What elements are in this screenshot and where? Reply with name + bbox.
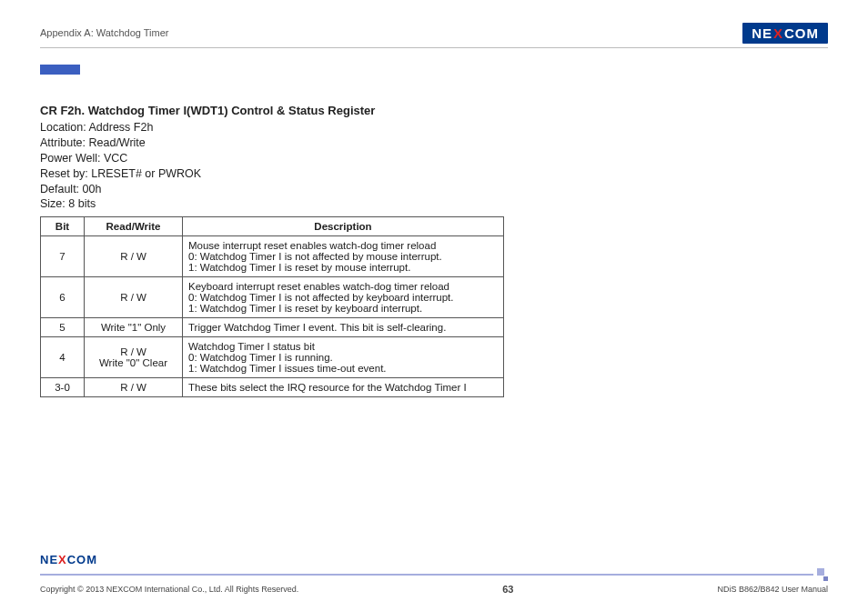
col-desc: Description xyxy=(183,217,504,236)
brand-pre: NE xyxy=(752,25,772,41)
table-row: 7 R / W Mouse interrupt reset enables wa… xyxy=(41,236,504,277)
cell-bit: 6 xyxy=(41,277,85,318)
table-row: 4 R / W Write "0" Clear Watchdog Timer I… xyxy=(41,337,504,378)
section-title: CR F2h. Watchdog Timer I(WDT1) Control &… xyxy=(40,104,531,117)
footer-logo: NEXCOM xyxy=(40,553,828,566)
brand-x-icon: X xyxy=(58,553,67,566)
cell-bit: 5 xyxy=(41,318,85,337)
table-row: 3-0 R / W These bits select the IRQ reso… xyxy=(41,378,504,397)
footer-rule-wrap xyxy=(40,568,828,581)
cell-desc: These bits select the IRQ resource for t… xyxy=(183,378,504,397)
cell-desc: Keyboard interrupt reset enables watch-d… xyxy=(183,277,504,318)
rw-line: Write "0" Clear xyxy=(90,357,177,368)
cell-rw: R / W xyxy=(85,236,183,277)
attr-attribute: Attribute: Read/Write xyxy=(40,135,531,151)
table-row: 5 Write "1" Only Trigger Watchdog Timer … xyxy=(41,318,504,337)
attr-location: Location: Address F2h xyxy=(40,120,531,135)
cell-rw: R / W xyxy=(85,277,183,318)
desc-line: Watchdog Timer I status bit xyxy=(188,341,498,352)
attr-default: Default: 00h xyxy=(40,182,531,197)
footer-squares-icon xyxy=(815,568,828,581)
header-rule xyxy=(40,47,828,48)
table-row: 6 R / W Keyboard interrupt reset enables… xyxy=(41,277,504,318)
attr-reset-by: Reset by: LRESET# or PWROK xyxy=(40,166,531,182)
register-attributes: Location: Address F2h Attribute: Read/Wr… xyxy=(40,120,531,212)
register-table: Bit Read/Write Description 7 R / W Mouse… xyxy=(40,216,504,397)
desc-line: 0: Watchdog Timer I is running. xyxy=(188,352,498,363)
appendix-label: Appendix A: Watchdog Timer xyxy=(40,27,168,38)
page-footer: NEXCOM Copyright © 2013 NEXCOM Internati… xyxy=(40,553,828,595)
footer-rule xyxy=(40,574,813,576)
desc-line: 1: Watchdog Timer I is reset by mouse in… xyxy=(188,262,498,273)
cell-desc: Mouse interrupt reset enables watch-dog … xyxy=(183,236,504,277)
attr-size: Size: 8 bits xyxy=(40,196,531,212)
main-content: CR F2h. Watchdog Timer I(WDT1) Control &… xyxy=(40,104,531,397)
brand-logo: NEXCOM xyxy=(742,23,828,44)
cell-bit: 7 xyxy=(41,236,85,277)
col-rw: Read/Write xyxy=(85,217,183,236)
rw-line: R / W xyxy=(90,346,177,357)
cell-bit: 3-0 xyxy=(41,378,85,397)
brand-post: COM xyxy=(784,25,819,41)
desc-line: Mouse interrupt reset enables watch-dog … xyxy=(188,240,498,251)
accent-bar xyxy=(40,65,80,75)
brand-pre: NE xyxy=(40,553,58,566)
attr-power-well: Power Well: VCC xyxy=(40,151,531,166)
page-header: Appendix A: Watchdog Timer NEXCOM xyxy=(40,20,828,45)
cell-rw: R / W Write "0" Clear xyxy=(85,337,183,378)
cell-desc: Trigger Watchdog Timer I event. This bit… xyxy=(183,318,504,337)
table-header-row: Bit Read/Write Description xyxy=(41,217,504,236)
cell-bit: 4 xyxy=(41,337,85,378)
desc-line: 1: Watchdog Timer I issues time-out even… xyxy=(188,363,498,374)
col-bit: Bit xyxy=(41,217,85,236)
copyright-text: Copyright © 2013 NEXCOM International Co… xyxy=(40,585,298,594)
desc-line: Keyboard interrupt reset enables watch-d… xyxy=(188,281,498,292)
desc-line: 0: Watchdog Timer I is not affected by m… xyxy=(188,251,498,262)
cell-desc: Watchdog Timer I status bit 0: Watchdog … xyxy=(183,337,504,378)
manual-name: NDiS B862/B842 User Manual xyxy=(717,585,828,594)
brand-x-icon: X xyxy=(773,25,783,41)
brand-post: COM xyxy=(67,553,97,566)
desc-line: 0: Watchdog Timer I is not affected by k… xyxy=(188,292,498,303)
desc-line: 1: Watchdog Timer I is reset by keyboard… xyxy=(188,303,498,314)
page-number: 63 xyxy=(502,584,513,595)
cell-rw: R / W xyxy=(85,378,183,397)
cell-rw: Write "1" Only xyxy=(85,318,183,337)
footer-line: Copyright © 2013 NEXCOM International Co… xyxy=(40,584,828,595)
